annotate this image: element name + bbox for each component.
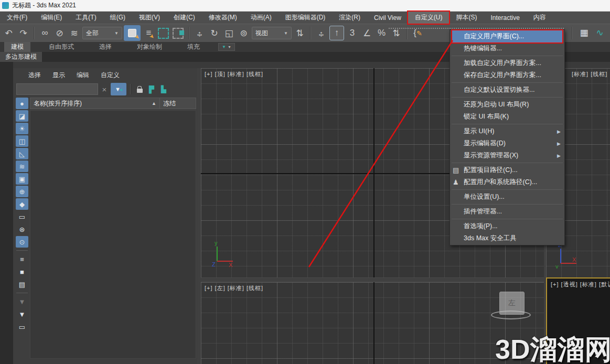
menu-edit[interactable]: 编辑(E) [34,12,69,24]
menu-file[interactable]: 文件(F) [0,12,34,24]
menu-item-show-ui[interactable]: 显示 UI(H) ▶ [450,125,564,137]
ribbon-overflow-button[interactable]: ▼ ▼ [218,43,235,51]
menu-civil-view[interactable]: Civil View [367,12,408,24]
tab-selection[interactable]: 选择 [92,42,119,52]
curve-editor-icon[interactable]: ∿ [593,26,606,40]
tab-modeling[interactable]: 建模 [4,42,30,52]
angle-snap-icon[interactable]: ∠ [360,26,373,40]
rotate-icon[interactable]: ↻ [208,26,221,40]
clear-search-icon[interactable]: × [101,85,108,94]
filter-settings-icon[interactable]: ▼ [16,296,28,307]
viewport-top-label[interactable]: [+] [顶] [标准] [线框] [205,70,263,78]
tab-object-paint[interactable]: 对象绘制 [130,42,169,52]
solid-square-icon[interactable]: ■ [16,266,28,277]
menu-item-preferences[interactable]: 首选项(P)... [450,220,564,232]
menu-customize[interactable]: 自定义(U) [408,12,450,24]
menu-item-show-explorers[interactable]: 显示资源管理器(X) ▶ [450,149,564,162]
viewport-top-right-label[interactable]: [标准] [线框] [572,70,607,78]
display-shapes-icon[interactable]: ◪ [16,110,28,122]
menu-content[interactable]: 内容 [527,12,553,24]
select-by-name-icon[interactable]: ≡ ➤ [142,26,155,40]
menu-item-hotkey-editor[interactable]: 热键编辑器... [450,42,564,55]
search-input[interactable] [16,83,98,95]
viewport-left-label[interactable]: [+] [左] [标准] [线框] [205,284,263,292]
column-frozen[interactable]: 冻结 [160,98,196,109]
percent-snap-icon[interactable]: % [375,26,388,40]
undo-icon[interactable]: ↶ [2,26,15,40]
select-manipulate-icon[interactable]: ↔↕ [315,26,328,40]
se-menu-customize[interactable]: 自定义 [95,69,125,82]
display-xrefs-icon[interactable]: ⊕ [16,186,28,197]
menu-item-configure-project-paths[interactable]: ▤ 配置项目路径(C)... [450,164,564,176]
expand-tree-icon[interactable]: ▛ [147,85,156,93]
panel-splitter[interactable] [197,68,201,364]
use-center-stack-icon[interactable]: ⇅ [293,26,306,40]
menu-item-save-ui-scheme[interactable]: 保存自定义用户界面方案... [450,69,564,81]
display-lights-icon[interactable]: ☀ [16,123,28,134]
tab-freeform[interactable]: 自由形式 [42,42,81,52]
unlink-icon[interactable]: ⊘ [53,26,66,40]
offset-mode-button[interactable]: ↑ [329,26,344,40]
display-helpers-icon[interactable]: ◺ [16,148,28,159]
menu-item-security-tools[interactable]: 3ds Max 安全工具 [450,232,564,244]
menu-item-configure-user-system-paths[interactable]: ♟ 配置用户和系统路径(C)... [450,176,564,188]
link-icon[interactable]: ∞ [38,26,51,40]
menu-item-plugin-manager[interactable]: 插件管理器... [450,206,564,218]
menu-tools[interactable]: 工具(T) [69,12,103,24]
column-name[interactable]: 名称(按升序排序) ▲ [30,98,160,109]
display-containers-icon[interactable]: ▭ [16,211,28,222]
tab-polygon-modeling[interactable]: 多边形建模 [0,52,42,62]
rectangular-selection-icon[interactable] [157,26,170,40]
menu-item-lock-ui-layout[interactable]: 锁定 UI 布局(K) [450,111,564,123]
display-visibility-icon[interactable]: ⊙ [16,236,28,248]
menu-animation[interactable]: 动画(A) [244,12,279,24]
menu-graph-editors[interactable]: 图形编辑器(D) [279,12,333,24]
menu-item-customize-ui[interactable]: 自定义用户界面(C)... [452,30,562,42]
display-geometry-icon[interactable]: ● [16,98,28,109]
snap-toggle-icon[interactable]: 3 [346,26,359,40]
menu-scripting[interactable]: 脚本(S) [449,12,484,24]
menu-item-custom-defaults-switcher[interactable]: 自定义默认设置切换器... [450,84,564,96]
filter-button[interactable]: ▼ ◂ [111,83,126,95]
list-lines-icon[interactable]: ≡ [16,253,28,265]
viewport-splitter-horizontal[interactable] [201,277,544,282]
menu-modifiers[interactable]: 修改器(M) [202,12,244,24]
window-crossing-icon[interactable] [172,26,185,40]
se-menu-edit[interactable]: 编辑 [71,69,95,82]
se-menu-display[interactable]: 显示 [47,69,71,82]
container-outline-icon[interactable]: ▭ [16,321,28,333]
bind-spacewarp-icon[interactable]: ≋ [68,26,81,40]
viewport-perspective-label[interactable]: [+] [透视] [标准] [默认 [551,281,610,288]
object-list-empty[interactable] [30,110,196,359]
menu-create[interactable]: 创建(C) [167,12,202,24]
layer-explorer-icon[interactable]: ▦ [577,26,591,40]
move-icon[interactable]: ↔↕ [193,26,206,40]
reference-coordinate-dropdown[interactable]: 视图 ▼ [252,27,292,39]
scale-icon[interactable]: ◱ [222,26,236,40]
menu-item-revert-startup-layout[interactable]: 还原为启动 UI 布局(R) [450,99,564,111]
menu-group[interactable]: 组(G) [103,12,132,24]
list-box-icon[interactable]: ▤ [16,279,28,290]
display-bones-icon[interactable]: ◆ [16,198,28,210]
display-groups-icon[interactable]: ▣ [16,173,28,185]
viewcube-face-left[interactable]: 左 [499,292,525,315]
selection-filter-dropdown[interactable]: 全部 ▼ [82,27,122,39]
tab-populate[interactable]: 填充 [180,42,207,52]
menu-item-load-ui-scheme[interactable]: 加载自定义用户界面方案... [450,57,564,69]
lock-icon[interactable] [135,84,144,94]
display-particles-icon[interactable]: ⊛ [16,223,28,235]
filter-icon[interactable]: ▼ [16,308,28,320]
menu-views[interactable]: 视图(V) [132,12,167,24]
display-cameras-icon[interactable]: ◫ [16,135,28,147]
redo-icon[interactable]: ↷ [17,26,30,40]
menu-rendering[interactable]: 渲染(R) [332,12,367,24]
placement-icon[interactable]: ⊚ [237,26,250,40]
collapse-tree-icon[interactable]: ▙ [159,85,168,93]
menu-interactive[interactable]: Interactive [484,12,526,24]
select-object-button[interactable]: ➤ [124,25,141,41]
menu-item-units-setup[interactable]: 单位设置(U)... [450,191,564,203]
display-spacewarps-icon[interactable]: ≋ [16,160,28,172]
menu-item-show-editors[interactable]: 显示编辑器(D) ▶ [450,137,564,149]
viewcube[interactable]: 左 [491,291,531,325]
se-menu-select[interactable]: 选择 [23,69,47,82]
